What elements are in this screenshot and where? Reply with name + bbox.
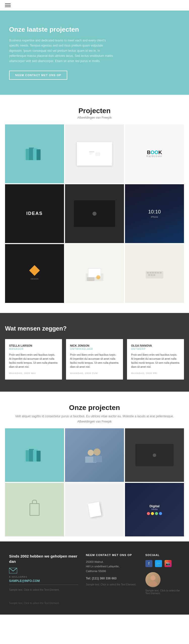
testimonials-grid: STELLA LARSON MANAGER Proin sed libero e… [5, 339, 184, 380]
testimonial-date-2: MAANDAG, 2020 ZUM [70, 372, 119, 375]
footer-col-3: SOCIAAL f 🐦 📷 Sample text. Click to sele… [145, 554, 180, 595]
svg-rect-17 [152, 272, 154, 273]
svg-point-29 [93, 448, 101, 455]
svg-point-28 [88, 450, 94, 456]
svg-rect-19 [157, 272, 159, 273]
footer-tagline: Sinds 2002 hebben we geholpen meer dan [9, 554, 78, 564]
testimonial-card-3: OLGA IVANOVA ONTWERP Proin sed libero en… [127, 339, 184, 380]
svg-point-34 [149, 581, 157, 586]
tel-value: (111) 360 336 663 [92, 577, 116, 580]
projects-title-2: Onze projecten [5, 404, 184, 412]
testimonial-text-2: Proin sed libero enim sed faucibus turpi… [70, 353, 119, 369]
footer-grid: Sinds 2002 hebben we geholpen meer dan E… [9, 554, 180, 595]
project-cell-6[interactable]: 10:10 iPhone [125, 184, 184, 243]
svg-rect-18 [154, 272, 156, 273]
svg-rect-21 [148, 274, 150, 276]
footer-col-1: Sinds 2002 hebben we geholpen meer dan E… [9, 554, 78, 595]
svg-rect-20 [160, 272, 162, 273]
project-cell-2[interactable] [65, 124, 124, 183]
email-value: SAMPLE@INFO.COM [9, 579, 78, 585]
projects-subtitle-1: Afbeeldingen van Freepik [5, 116, 184, 119]
top-bar [0, 0, 189, 11]
footer-col-2: NEEM CONTACT MET ONS OP 25000 Walnut.Hil… [86, 554, 138, 595]
person-name-1: STELLA LARSON [9, 344, 58, 347]
twitter-icon[interactable]: 🐦 [155, 560, 162, 567]
svg-point-33 [150, 575, 155, 580]
project2-cell-5[interactable] [65, 483, 124, 536]
contact-button[interactable]: NEEM CONTACT MET ONS OP [9, 71, 67, 80]
hero-description: Business expertise and dedicated teams t… [9, 38, 115, 64]
person-role-2: ONTWIKKELAAR [70, 348, 119, 350]
avatar [145, 572, 161, 587]
svg-rect-3 [37, 149, 41, 160]
project-cell-7[interactable]: DESIGN [5, 244, 64, 303]
hero-section: Onze laatste projecten Business expertis… [0, 11, 189, 95]
svg-rect-6 [89, 153, 93, 153]
svg-rect-12 [87, 277, 94, 281]
instagram-icon[interactable]: 📷 [165, 560, 172, 567]
svg-rect-15 [147, 272, 149, 273]
projects-grid-2: Digital Media [5, 428, 184, 536]
projects-grid-1: BOOK Hardcover IDEAS 10:10 iPhone [5, 124, 184, 303]
testimonial-card-1: STELLA LARSON MANAGER Proin sed libero e… [5, 339, 62, 380]
testimonial-text-1: Proin sed libero enim sed faucibus turpi… [9, 353, 58, 369]
social-label: SOCIAAL [145, 554, 180, 557]
svg-rect-31 [93, 456, 102, 462]
footer-sample-2: Sample text. Click to select the Text El… [86, 583, 138, 586]
mail-icon [9, 568, 17, 574]
testimonials-title: Wat mensen zeggen? [5, 325, 184, 332]
project-cell-8[interactable] [65, 244, 124, 303]
testimonials-section: Wat mensen zeggen? STELLA LARSON MANAGER… [0, 313, 189, 392]
menu-button[interactable] [5, 4, 11, 7]
svg-rect-27 [37, 451, 41, 462]
hero-title: Onze laatste projecten [9, 26, 180, 33]
svg-point-13 [96, 275, 100, 279]
projects-section-1: Projecten Afbeeldingen van Freepik BOOK … [0, 95, 189, 308]
footer-bottom-sample: Sample text. Click to select the Text El… [9, 602, 180, 605]
svg-rect-23 [153, 274, 155, 276]
svg-rect-8 [89, 154, 92, 155]
project-cell-5[interactable] [65, 184, 124, 243]
footer-sample-3: Sample text. Click to select the Text El… [145, 589, 180, 595]
person-name-2: NICK JONSON [70, 344, 119, 347]
svg-rect-7 [89, 154, 93, 154]
project-cell-1[interactable] [5, 124, 64, 183]
project2-cell-6[interactable]: Digital Media [125, 483, 184, 536]
footer: Sinds 2002 hebben we geholpen meer dan E… [0, 541, 189, 615]
testimonial-date-1: MAANDAG, 2020 MAI [9, 372, 58, 375]
project-cell-3[interactable]: BOOK Hardcover [125, 124, 184, 183]
project2-cell-3[interactable] [125, 428, 184, 482]
person-name-3: OLGA IVANOVA [131, 344, 180, 347]
project-cell-4[interactable]: IDEAS [5, 184, 64, 243]
social-icons: f 🐦 📷 [145, 560, 180, 567]
person-role-1: MANAGER [9, 348, 58, 350]
project-cell-9[interactable] [125, 244, 184, 303]
footer-address: 25000 Walnut.Hill Ln undefined Lafayette… [86, 560, 138, 574]
email-label: E-MAILADRES [9, 576, 78, 578]
footer-tel: Tel: (111) 360 336 663 [86, 577, 138, 580]
svg-rect-5 [89, 152, 94, 152]
projects-subtitle-2: Afbeeldingen van Freepik [5, 420, 184, 423]
svg-rect-16 [149, 272, 151, 273]
footer-contact-label: NEEM CONTACT MET ONS OP [86, 554, 138, 557]
footer-sample-1: Sample text. Click to select the Text El… [9, 588, 78, 591]
tel-label: Tel: [86, 577, 91, 580]
svg-rect-22 [151, 274, 153, 276]
testimonial-card-2: NICK JONSON ONTWIKKELAAR Proin sed liber… [66, 339, 123, 380]
testimonial-text-3: Proin sed libero enim sed faucibus turpi… [131, 353, 180, 369]
person-role-3: ONTWERP [131, 348, 180, 350]
project2-cell-2[interactable] [65, 428, 124, 482]
projects-title-1: Projecten [5, 107, 184, 115]
project2-cell-1[interactable] [5, 428, 64, 482]
projects-section-2: Onze projecten Velit aliquet sagittis id… [0, 392, 189, 541]
projects-desc-2: Velit aliquet sagittis id consectetur pu… [5, 414, 184, 419]
project2-cell-4[interactable] [5, 483, 64, 536]
facebook-icon[interactable]: f [145, 560, 152, 567]
svg-rect-9 [96, 153, 100, 156]
testimonial-date-3: MAANDAG, 2020 FRI [131, 372, 180, 375]
